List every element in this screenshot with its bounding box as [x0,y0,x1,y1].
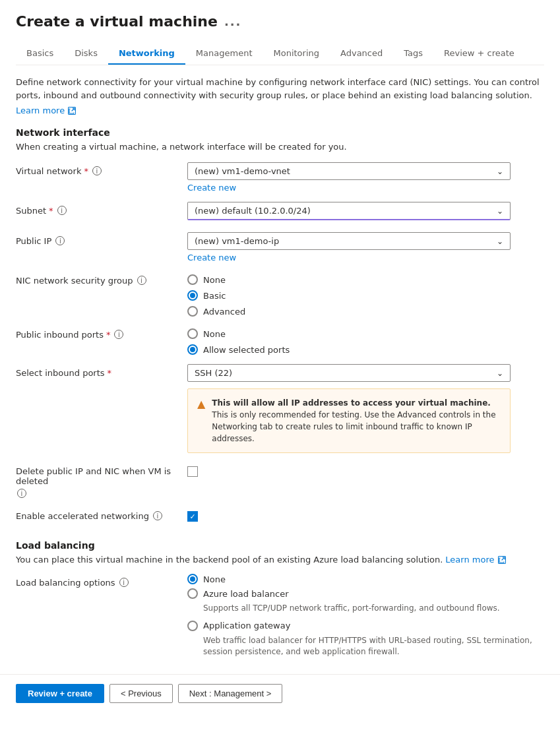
load-balancing-section-title: Load balancing [16,540,544,551]
tab-basics[interactable]: Basics [16,43,64,65]
public-ip-create-new[interactable]: Create new [187,253,544,262]
required-star-subnet: * [49,206,53,216]
load-balancing-desc: You can place this virtual machine in th… [16,555,544,565]
delete-public-ip-label: Delete public IP and NIC when VM is dele… [16,466,187,486]
lb-external-link-icon [498,556,506,564]
tab-advanced[interactable]: Advanced [330,43,393,65]
virtual-network-create-new[interactable]: Create new [187,183,544,193]
subnet-info-icon[interactable]: i [57,206,67,215]
nic-security-basic-label: Basic [203,291,226,301]
tab-networking[interactable]: Networking [108,43,185,65]
next-button[interactable]: Next : Management > [178,684,283,703]
subnet-dropdown-arrow: ⌄ [497,206,503,216]
delete-public-ip-checkbox[interactable] [187,466,198,477]
subnet-dropdown[interactable]: (new) default (10.2.0.0/24) ⌄ [187,202,511,220]
virtual-network-label: Virtual network [16,166,81,176]
load-balancing-radio-group: None Azure load balancer Supports all TC… [187,574,544,661]
public-inbound-ports-label: Public inbound ports [16,330,104,340]
inbound-ports-dropdown-arrow: ⌄ [497,369,503,378]
virtual-network-info-icon[interactable]: i [92,166,102,175]
public-ip-dropdown-arrow: ⌄ [497,237,503,246]
lb-app-gateway-label: Application gateway [203,621,290,630]
tab-review-create[interactable]: Review + create [433,43,525,65]
network-interface-section-desc: When creating a virtual machine, a netwo… [16,142,544,152]
lb-azure-label: Azure load balancer [203,589,289,599]
warning-normal-text: This is only recommended for testing. Us… [212,410,495,443]
warning-bold-text: This will allow all IP addresses to acce… [212,398,491,408]
public-inbound-ports-info-icon[interactable]: i [114,330,123,339]
accelerated-networking-checkbox[interactable] [187,511,198,522]
nic-security-none-option[interactable]: None [187,274,544,285]
tab-management[interactable]: Management [185,43,263,65]
nic-security-group-radio-group: None Basic Advanced [187,272,544,317]
inbound-none-radio[interactable] [187,328,198,339]
accelerated-networking-info-icon[interactable]: i [153,511,162,520]
lb-app-gateway-sub-text: Web traffic load balancer for HTTP/HTTPS… [187,635,544,658]
review-create-button[interactable]: Review + create [16,684,104,703]
public-ip-info-icon[interactable]: i [55,236,65,245]
warning-box: ▲ This will allow all IP addresses to ac… [187,388,511,453]
lb-app-gateway-radio[interactable] [187,621,198,631]
lb-azure-sub-text: Supports all TCP/UDP network traffic, po… [187,603,544,614]
nic-security-basic-option[interactable]: Basic [187,290,544,301]
dropdown-arrow: ⌄ [497,167,503,176]
external-link-icon [68,107,76,115]
nic-security-none-label: None [203,275,226,285]
accelerated-networking-row: Enable accelerated networking i [16,507,544,528]
public-ip-label: Public IP [16,236,51,246]
nic-security-group-label: NIC network security group [16,276,133,286]
load-balancing-options-row: Load balancing options i None Azure load… [16,574,544,661]
nic-security-group-row: NIC network security group i None Basic … [16,272,544,317]
inbound-none-label: None [203,329,226,339]
tab-monitoring[interactable]: Monitoring [263,43,330,65]
public-ip-row: Public IP i (new) vm1-demo-ip ⌄ Create n… [16,232,544,262]
lb-none-label: None [203,574,226,584]
warning-icon: ▲ [197,398,205,410]
tab-tags[interactable]: Tags [393,43,433,65]
load-balancing-options-info-icon[interactable]: i [119,578,129,587]
nic-security-group-info-icon[interactable]: i [137,276,146,285]
nic-security-basic-radio[interactable] [187,290,198,301]
learn-more-link[interactable]: Learn more [16,106,76,115]
load-balancing-section: Load balancing You can place this virtua… [16,540,544,661]
nic-security-none-radio[interactable] [187,274,198,285]
delete-public-ip-row: Delete public IP and NIC when VM is dele… [16,462,544,498]
accelerated-networking-label: Enable accelerated networking [16,511,149,521]
inbound-allow-radio[interactable] [187,344,198,355]
page-title-dots: ... [224,15,242,28]
lb-azure-radio[interactable] [187,588,198,599]
subnet-label: Subnet [16,206,46,216]
lb-app-gateway-option[interactable]: Application gateway [187,621,544,631]
subnet-row: Subnet * i (new) default (10.2.0.0/24) ⌄ [16,202,544,223]
bottom-bar: Review + create < Previous Next : Manage… [0,674,560,712]
select-inbound-ports-row: Select inbound ports * SSH (22) ⌄ ▲ This… [16,364,544,453]
virtual-network-dropdown[interactable]: (new) vm1-demo-vnet ⌄ [187,162,511,180]
inbound-none-option[interactable]: None [187,328,544,339]
public-ip-dropdown[interactable]: (new) vm1-demo-ip ⌄ [187,232,511,250]
nic-security-advanced-option[interactable]: Advanced [187,306,544,317]
load-balancing-options-label: Load balancing options [16,578,115,588]
public-inbound-ports-row: Public inbound ports * i None Allow sele… [16,326,544,355]
previous-button[interactable]: < Previous [109,684,173,703]
public-inbound-ports-radio-group: None Allow selected ports [187,326,544,355]
tab-disks[interactable]: Disks [64,43,108,65]
inbound-allow-label: Allow selected ports [203,345,290,355]
network-interface-section-title: Network interface [16,127,544,138]
virtual-network-row: Virtual network * i (new) vm1-demo-vnet … [16,162,544,193]
required-star-inbound: * [108,368,112,378]
page-description: Define network connectivity for your vir… [16,76,544,102]
lb-azure-option[interactable]: Azure load balancer [187,588,544,599]
warning-text: This will allow all IP addresses to acce… [212,397,501,445]
nic-security-advanced-label: Advanced [203,307,245,317]
lb-none-radio[interactable] [187,574,198,584]
load-balancing-learn-more[interactable]: Learn more [445,555,505,565]
select-inbound-ports-label: Select inbound ports [16,368,105,378]
select-inbound-ports-dropdown[interactable]: SSH (22) ⌄ [187,364,511,382]
nic-security-advanced-radio[interactable] [187,306,198,317]
lb-none-option[interactable]: None [187,574,544,584]
tabs-nav: Basics Disks Networking Management Monit… [16,43,544,65]
required-star: * [84,166,88,176]
required-star-ports: * [106,330,111,340]
delete-public-ip-info-icon[interactable]: i [17,489,26,498]
inbound-allow-option[interactable]: Allow selected ports [187,344,544,355]
